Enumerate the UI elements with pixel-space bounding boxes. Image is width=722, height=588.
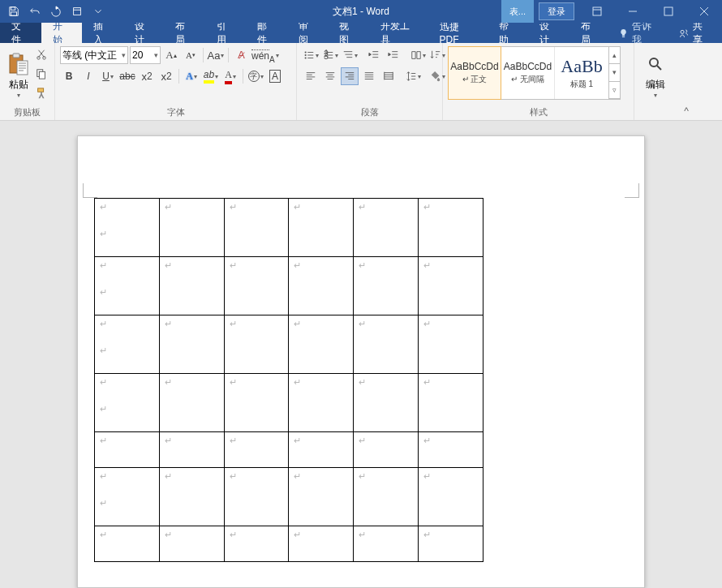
phonetic-guide-button[interactable]: wénA xyxy=(251,46,279,64)
grow-font-button[interactable]: A▴ xyxy=(162,46,180,64)
align-center-button[interactable] xyxy=(321,67,339,85)
svg-rect-12 xyxy=(39,71,45,79)
search-icon xyxy=(644,52,667,76)
login-button[interactable]: 登录 xyxy=(539,2,574,20)
bullets-button[interactable] xyxy=(302,46,320,64)
shrink-font-button[interactable]: A▾ xyxy=(182,46,200,64)
qat-unknown-button[interactable] xyxy=(67,0,88,23)
table-tools-context: 表... xyxy=(501,0,534,23)
table-row[interactable]: ↵↵↵↵↵↵↵ xyxy=(95,199,483,257)
redo-button[interactable] xyxy=(45,0,67,23)
style-normal[interactable]: AaBbCcDd ↵ 正文 xyxy=(448,46,501,100)
underline-button[interactable]: U xyxy=(99,67,117,85)
find-button[interactable]: 编辑 ▾ xyxy=(639,46,672,105)
group-clipboard: 粘贴 ▾ 剪贴板 xyxy=(0,43,55,120)
title-bar: 文档1 - Word 表... 登录 xyxy=(0,0,722,23)
text-effects-button[interactable]: A xyxy=(183,67,200,85)
undo-button[interactable] xyxy=(24,0,45,23)
margin-corner-tl xyxy=(83,183,97,198)
svg-rect-7 xyxy=(13,54,19,58)
table-row[interactable]: ↵↵↵↵↵↵↵ xyxy=(95,257,483,315)
qat-customize-button[interactable] xyxy=(88,0,109,23)
tab-tool-design[interactable]: 设计 xyxy=(528,23,569,43)
bold-button[interactable]: B xyxy=(60,67,78,85)
ribbon-display-options[interactable] xyxy=(579,0,615,23)
tab-developer[interactable]: 开发工具 xyxy=(369,23,428,43)
styles-expand[interactable]: ▿ xyxy=(609,82,620,99)
table-row[interactable]: ↵↵↵↵↵↵ xyxy=(95,432,483,468)
ribbon: 粘贴 ▾ 剪贴板 等线 (中文正▾ 20▾ A▴ A▾ Aa xyxy=(0,43,722,121)
copy-button[interactable] xyxy=(33,66,49,82)
page: ↵↵↵↵↵↵↵ ↵↵↵↵↵↵↵ ↵↵↵↵↵↵↵ ↵↵↵↵↵↵↵ ↵↵↵↵↵↵ ↵… xyxy=(77,135,645,588)
tell-me-box[interactable]: 告诉我 xyxy=(610,23,668,43)
format-painter-button[interactable] xyxy=(33,85,49,101)
tab-mailings[interactable]: 邮件 xyxy=(246,23,287,43)
collapse-ribbon-button[interactable]: ^ xyxy=(677,43,696,120)
increase-indent-button[interactable] xyxy=(385,46,402,64)
character-border-button[interactable]: A xyxy=(266,67,284,85)
paste-button[interactable]: 粘贴 ▾ xyxy=(5,46,32,105)
table-row[interactable]: ↵↵↵↵↵↵↵ xyxy=(95,315,483,374)
svg-point-5 xyxy=(681,30,684,33)
numbering-button[interactable]: 123 xyxy=(321,46,339,64)
strikethrough-button[interactable]: abc xyxy=(118,67,136,85)
font-size-combo[interactable]: 20▾ xyxy=(130,46,161,64)
subscript-button[interactable]: x2 xyxy=(138,67,156,85)
decrease-indent-button[interactable] xyxy=(365,46,383,64)
styles-scroll-down[interactable]: ▾ xyxy=(609,64,620,81)
clear-formatting-button[interactable]: A̷ xyxy=(232,46,250,64)
style-heading-1[interactable]: AaBb 标题 1 xyxy=(555,47,608,99)
group-font: 等线 (中文正▾ 20▾ A▴ A▾ Aa A̷ wénA B I U abc … xyxy=(55,43,297,120)
tab-review[interactable]: 审阅 xyxy=(287,23,329,43)
svg-point-16 xyxy=(304,57,306,58)
maximize-button[interactable] xyxy=(651,0,686,23)
line-spacing-button[interactable] xyxy=(404,67,422,85)
distributed-button[interactable] xyxy=(380,67,398,85)
document-area[interactable]: ↵↵↵↵↵↵↵ ↵↵↵↵↵↵↵ ↵↵↵↵↵↵↵ ↵↵↵↵↵↵↵ ↵↵↵↵↵↵ ↵… xyxy=(0,121,722,588)
multilevel-list-button[interactable] xyxy=(341,46,359,64)
italic-button[interactable]: I xyxy=(80,67,97,85)
cut-button[interactable] xyxy=(33,46,49,62)
table-row[interactable]: ↵↵↵↵↵↵↵ xyxy=(95,468,483,526)
paste-icon xyxy=(7,52,30,76)
svg-rect-3 xyxy=(593,7,601,15)
table-row[interactable]: ↵↵↵↵↵↵ xyxy=(95,526,483,562)
tab-pdf[interactable]: 迅捷PDF xyxy=(428,23,488,43)
svg-text:3: 3 xyxy=(323,51,328,61)
tab-insert[interactable]: 插入 xyxy=(82,23,123,43)
font-name-combo[interactable]: 等线 (中文正▾ xyxy=(60,46,128,64)
styles-gallery[interactable]: AaBbCcDd ↵ 正文 AaBbCcDd ↵ 无间隔 AaBb 标题 1 ▴… xyxy=(448,46,621,100)
tab-references[interactable]: 引用 xyxy=(205,23,247,43)
group-label-clipboard: 剪贴板 xyxy=(0,106,54,120)
font-color-button[interactable]: A xyxy=(221,67,239,85)
align-right-button[interactable] xyxy=(341,67,359,85)
save-button[interactable] xyxy=(3,0,24,23)
tab-tool-layout[interactable]: 布局 xyxy=(569,23,611,43)
styles-scroll-up[interactable]: ▴ xyxy=(609,47,620,64)
group-label-font: 字体 xyxy=(55,106,296,120)
minimize-button[interactable] xyxy=(615,0,651,23)
tab-design[interactable]: 设计 xyxy=(123,23,165,43)
tab-home[interactable]: 开始 xyxy=(41,23,83,43)
group-label-paragraph: 段落 xyxy=(297,106,442,120)
share-button[interactable]: 共享 xyxy=(668,23,722,43)
align-left-button[interactable] xyxy=(302,67,320,85)
svg-text:1: 1 xyxy=(323,49,328,55)
tab-layout[interactable]: 布局 xyxy=(164,23,205,43)
style-no-spacing[interactable]: AaBbCcDd ↵ 无间隔 xyxy=(501,47,555,99)
change-case-button[interactable]: Aa xyxy=(207,46,225,64)
asian-layout-button[interactable] xyxy=(409,46,427,64)
tab-view[interactable]: 视图 xyxy=(328,23,369,43)
tab-file[interactable]: 文件 xyxy=(0,23,41,43)
close-button[interactable] xyxy=(686,0,722,23)
document-table[interactable]: ↵↵↵↵↵↵↵ ↵↵↵↵↵↵↵ ↵↵↵↵↵↵↵ ↵↵↵↵↵↵↵ ↵↵↵↵↵↵ ↵… xyxy=(94,198,483,562)
table-row[interactable]: ↵↵↵↵↵↵↵ xyxy=(95,374,483,432)
svg-rect-2 xyxy=(74,8,81,15)
enclose-characters-button[interactable]: 字 xyxy=(247,67,264,85)
justify-button[interactable] xyxy=(360,67,378,85)
svg-rect-6 xyxy=(10,55,23,73)
tab-help[interactable]: 帮助 xyxy=(488,23,529,43)
styles-gallery-scroll: ▴ ▾ ▿ xyxy=(608,47,620,99)
superscript-button[interactable]: x2 xyxy=(157,67,175,85)
highlight-button[interactable]: ab xyxy=(202,67,220,85)
